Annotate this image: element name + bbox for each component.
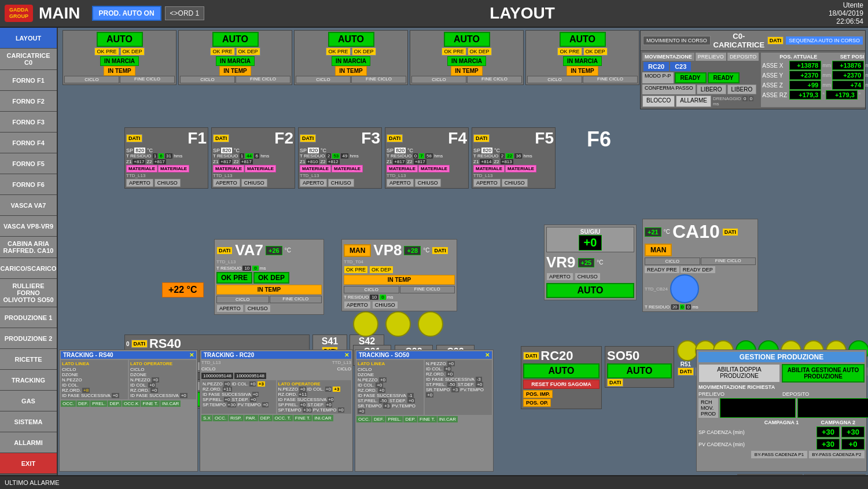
f5-chiuso-btn[interactable]: CHIUSO [502,179,528,187]
sidebar-item-rulliere[interactable]: RULLIERE FORNO OLIVOTTO SO50 [0,279,57,307]
vp8-ciclo-btn[interactable]: CICLO [344,286,399,293]
f4-dati-btn[interactable]: DATI [387,134,403,142]
vp8-chiuso-btn[interactable]: CHIUSO [372,301,398,309]
vr9-aperto-btn[interactable]: APERTO [546,273,573,281]
va7-aperto-btn[interactable]: APERTO [216,304,244,312]
bypass-c2-btn[interactable]: BY-PASS CADENZA P2 [809,451,865,458]
f3-aperto-btn[interactable]: APERTO [300,179,327,187]
sidebar-item-sistema[interactable]: SISTEMA [0,411,57,432]
machine5-ok-pre[interactable]: OK PRE [557,47,582,56]
sidebar-item-forno-f5[interactable]: FORNO F5 [0,153,57,174]
machine1-auto-btn[interactable]: AUTO [97,32,143,47]
f2-aperto-btn[interactable]: APERTO [213,179,240,187]
machine1-fine-ciclo-btn[interactable]: FINE CICLO [120,76,175,83]
sidebar-item-forno-f6[interactable]: FORNO F6 [0,174,57,195]
deposito-input[interactable] [797,398,868,418]
f4-aperto-btn[interactable]: APERTO [387,179,414,187]
machine2-ok-dep[interactable]: OK DEP [236,47,260,56]
sidebar-item-caricatrice[interactable]: CARICATRICE C0 [0,49,57,70]
sidebar-item-cabina[interactable]: CABINA ARIA RAFFRED. CA10 [0,237,57,258]
machine4-ok-dep[interactable]: OK DEP [468,47,492,56]
sidebar-item-vasca-vp8[interactable]: VASCA VP8-VR9 [0,216,57,237]
sidebar-item-layout[interactable]: LAYOUT [0,28,57,49]
tracking-so50-close[interactable]: ✕ [485,352,490,358]
vp8-aperto-btn[interactable]: APERTO [344,301,371,309]
vp8-dati-btn[interactable]: DATI [432,247,448,255]
f3-dati-btn[interactable]: DATI [300,134,316,142]
f5-aperto-btn[interactable]: APERTO [473,179,501,187]
ca10-ciclo-btn[interactable]: CICLO [645,258,700,265]
f2-chiuso-btn[interactable]: CHIUSO [241,179,267,187]
sidebar-item-forno-f3[interactable]: FORNO F3 [0,112,57,133]
rch-mov-btn[interactable]: RCH MOV. PROD [698,398,718,418]
blocco-btn[interactable]: BLOCCO [642,95,675,107]
va7-ciclo-btn[interactable]: CICLO [216,296,269,303]
sidebar-item-forno-f4[interactable]: FORNO F4 [0,133,57,153]
f1-aperto-btn[interactable]: APERTO [126,179,153,187]
ca10-dati-btn[interactable]: DATI [722,228,738,236]
va7-ok-dep[interactable]: OK DEP [253,272,289,284]
rc20-btn[interactable]: RC20 [643,62,669,71]
ca10-man-btn[interactable]: MAN [645,244,672,256]
machine5-ok-dep[interactable]: OK DEP [583,47,608,56]
prelievo-input[interactable] [720,398,796,418]
va7-chiuso-btn[interactable]: CHIUSO [245,304,271,312]
sidebar-item-exit[interactable]: EXIT [0,453,57,474]
machine2-ok-pre[interactable]: OK PRE [210,47,234,56]
va7-dati-btn[interactable]: DATI [216,247,233,255]
sidebar-item-gas[interactable]: GAS [0,391,57,411]
machine3-fine-ciclo-btn[interactable]: FINE CICLO [351,76,406,83]
machine1-ok-pre[interactable]: OK PRE [94,47,119,56]
machine4-ciclo-btn[interactable]: CICLO [411,76,466,83]
machine5-ciclo-btn[interactable]: CICLO [527,76,582,83]
vp8-man-btn[interactable]: MAN [344,244,371,257]
bypass-c1-btn[interactable]: BY-PASS CADENZA P1 [751,451,807,458]
sidebar-item-forno-f2[interactable]: FORNO F2 [0,91,57,112]
vr9-chiuso-btn[interactable]: CHIUSO [575,273,601,281]
vp8-ok-pre[interactable]: OK PRE [344,266,368,274]
f1-dati-btn[interactable]: DATI [126,134,142,142]
machine4-ok-pre[interactable]: OK PRE [442,47,466,56]
f5-dati-btn[interactable]: DATI [473,134,490,142]
sidebar-item-produzione1[interactable]: PRODUZIONE 1 [0,307,57,328]
machine2-fine-ciclo-btn[interactable]: FINE CICLO [236,76,290,83]
tracking-rs40-close[interactable]: ✕ [189,352,194,358]
machine5-fine-ciclo-btn[interactable]: FINE CICLO [583,76,638,83]
f1-chiuso-btn[interactable]: CHIUSO [155,179,181,187]
machine3-ciclo-btn[interactable]: CICLO [296,76,351,83]
abilita-doppia-btn[interactable]: ABILITA DOPPIA PRODUZIONE [698,364,780,383]
libero-pre-btn[interactable]: LIBERO [697,84,726,94]
caricatrice-dati-btn[interactable]: DATI [767,36,784,45]
sidebar-item-carico-scarico[interactable]: CARICO/SCARICO [0,258,57,279]
tracking-rc20-close[interactable]: ✕ [344,352,349,358]
f2-dati-btn[interactable]: DATI [213,134,229,142]
sidebar-item-forno-f1[interactable]: FORNO F1 [0,70,57,91]
ready-pre-btn[interactable]: READY [675,72,707,83]
va7-ok-pre[interactable]: OK PRE [216,272,252,284]
machine4-fine-ciclo-btn[interactable]: FINE CICLO [467,76,522,83]
f4-chiuso-btn[interactable]: CHIUSO [415,179,441,187]
sidebar-item-ricette[interactable]: RICETTE [0,349,57,370]
machine3-ok-dep[interactable]: OK DEP [352,47,376,56]
machine4-auto-btn[interactable]: AUTO [444,32,490,47]
sidebar-item-vasca-va7[interactable]: VASCA VA7 [0,195,57,216]
libero-dep-btn[interactable]: LIBERO [727,84,757,94]
sidebar-item-tracking[interactable]: TRACKING [0,370,57,391]
abilita-gestione-btn[interactable]: ABILITA GESTIONE AUTO PRODUZIONE [782,364,865,383]
modo-pp-btn[interactable]: MODO P-P [642,72,674,83]
vp8-ok-dep[interactable]: OK DEP [369,266,393,274]
c23-btn[interactable]: C23 [670,62,691,71]
machine1-ok-dep[interactable]: OK DEP [120,47,145,56]
sidebar-item-produzione2[interactable]: PRODUZIONE 2 [0,328,57,349]
sidebar-item-allarmi[interactable]: ALLARMI [0,432,57,453]
allarme-btn[interactable]: ALLARME [676,95,711,107]
vr9-auto-btn[interactable]: AUTO [546,283,634,298]
machine3-ok-pre[interactable]: OK PRE [326,47,350,56]
machine5-auto-btn[interactable]: AUTO [560,32,606,47]
machine2-auto-btn[interactable]: AUTO [212,32,259,47]
f3-chiuso-btn[interactable]: CHIUSO [328,179,354,187]
conferma-passo-btn[interactable]: CONFERMA PASSO [642,84,696,94]
ready-dep-btn[interactable]: READY [708,72,740,83]
va7-fine-ciclo-btn[interactable]: FINE CICLO [270,296,322,303]
machine1-ciclo-btn[interactable]: CICLO [64,76,119,83]
